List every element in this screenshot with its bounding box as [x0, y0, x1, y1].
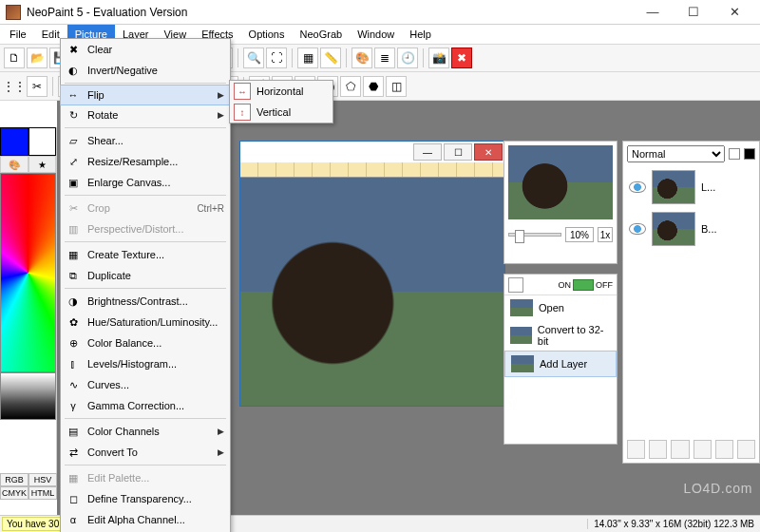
submenu-label: Vertical: [256, 106, 291, 118]
menu-item-levels-histogram[interactable]: ⫿Levels/Histogram...: [61, 353, 230, 374]
background-color[interactable]: [28, 127, 57, 156]
close-button[interactable]: ✕: [714, 2, 754, 23]
palette-icon[interactable]: 🎨: [352, 48, 372, 68]
opacity-icon-full[interactable]: [744, 148, 755, 160]
menu-item-hue-saturation-luminosity[interactable]: ✿Hue/Saturation/Luminosity...: [61, 312, 230, 332]
doc-maximize-button[interactable]: ☐: [444, 143, 472, 161]
new-icon[interactable]: 🗋: [4, 48, 25, 68]
zoom-reset-button[interactable]: 1x: [598, 227, 613, 242]
menu-item-rotate[interactable]: ↻Rotate▶: [61, 104, 230, 125]
action-label: Add Layer: [540, 358, 587, 370]
foreground-color[interactable]: [0, 127, 28, 156]
canvas[interactable]: [240, 178, 504, 406]
navigator-thumbnail[interactable]: [508, 145, 613, 219]
color-picker[interactable]: [0, 173, 56, 372]
menu-item-convert-to[interactable]: ⇄Convert To▶: [61, 442, 230, 463]
ruler-icon[interactable]: 📏: [320, 48, 341, 68]
scissors-icon[interactable]: ✂: [27, 76, 48, 97]
menu-item-icon: α: [65, 511, 82, 528]
maximize-button[interactable]: ☐: [674, 2, 713, 23]
grab-icon[interactable]: 📸: [428, 48, 449, 68]
menu-item-label: Levels/Histogram...: [87, 358, 224, 370]
menu-neograb[interactable]: NeoGrab: [293, 25, 351, 44]
trash-icon[interactable]: [508, 277, 523, 293]
new-layer-button[interactable]: [627, 440, 645, 459]
tab-html[interactable]: HTML: [28, 486, 57, 500]
menu-item-create-texture[interactable]: ▦Create Texture...: [61, 244, 230, 265]
flip-v-icon: ↕: [234, 104, 251, 121]
watermark: LO4D.com: [683, 481, 752, 496]
delete-icon[interactable]: ✖: [451, 48, 472, 68]
layers-icon[interactable]: ≣: [374, 48, 395, 68]
shape-tool-icon[interactable]: ⬣: [363, 76, 384, 97]
down-layer-button[interactable]: [715, 440, 733, 459]
menu-item-flip[interactable]: ↔Flip▶: [60, 85, 231, 105]
tab-hsv[interactable]: HSV: [28, 473, 57, 486]
grid-icon[interactable]: ▦: [297, 48, 318, 68]
del-layer-button[interactable]: [737, 440, 755, 459]
flip-submenu: ↔ Horizontal ↕ Vertical: [229, 80, 333, 124]
opacity-icon[interactable]: [729, 148, 740, 160]
flip-horizontal[interactable]: ↔ Horizontal: [230, 81, 332, 102]
menu-item-clear[interactable]: ✖Clear: [61, 39, 230, 60]
fullscreen-icon[interactable]: ⛶: [266, 48, 287, 68]
history-icon[interactable]: 🕘: [397, 48, 418, 68]
menu-help[interactable]: Help: [402, 25, 439, 44]
doc-close-button[interactable]: ✕: [474, 143, 503, 161]
grayscale-ramp[interactable]: [0, 372, 56, 420]
blend-mode-select[interactable]: Normal: [627, 145, 725, 162]
menu-item-shear[interactable]: ▱Shear...: [61, 130, 230, 151]
chevron-right-icon: ▶: [218, 427, 224, 436]
up-layer-button[interactable]: [694, 440, 712, 459]
zoom-row: 10% 1x: [508, 227, 613, 242]
tab-rgb[interactable]: RGB: [0, 473, 28, 486]
menu-item-color-balance[interactable]: ⊕Color Balance...: [61, 332, 230, 353]
dup-layer-button[interactable]: [649, 440, 667, 459]
menu-item-resize-resample[interactable]: ⤢Resize/Resample...: [61, 151, 230, 172]
menu-item-shortcut: Ctrl+R: [197, 203, 224, 214]
menu-item-icon: ↻: [65, 106, 82, 124]
document-window[interactable]: — ☐ ✕: [239, 141, 505, 407]
palette-tab-star[interactable]: ★: [28, 156, 57, 173]
ruler: [240, 162, 504, 178]
eye-icon[interactable]: [629, 223, 646, 235]
menu-options[interactable]: Options: [241, 25, 293, 44]
action-item-selected[interactable]: Add Layer: [504, 351, 617, 377]
menu-item-brightness-contrast[interactable]: ◑Brightness/Contrast...: [61, 291, 230, 312]
flip-vertical[interactable]: ↕ Vertical: [230, 102, 332, 123]
picture-menu: ✖Clear◐Invert/Negative↔Flip▶↻Rotate▶▱She…: [60, 38, 231, 532]
menu-file[interactable]: File: [2, 25, 34, 44]
actions-panel: ON OFF Open Convert to 32-bit Add Layer: [504, 274, 618, 445]
palette-tab-color[interactable]: 🎨: [0, 156, 28, 173]
menu-item-icon: ✿: [65, 314, 82, 331]
menu-item-invert-negative[interactable]: ◐Invert/Negative: [61, 60, 230, 81]
menu-item-label: Duplicate: [87, 270, 224, 281]
toggle-switch-icon[interactable]: [573, 279, 594, 291]
minimize-button[interactable]: —: [633, 2, 673, 23]
layer-row[interactable]: B...: [623, 208, 759, 250]
merge-layer-button[interactable]: [671, 440, 689, 459]
zoom-slider[interactable]: [508, 233, 561, 237]
actions-toggle[interactable]: ON OFF: [559, 279, 614, 291]
action-item[interactable]: Open: [504, 295, 617, 320]
eye-icon[interactable]: [629, 181, 646, 193]
menu-item-define-transparency[interactable]: ◻Define Transparency...: [61, 488, 230, 509]
doc-minimize-button[interactable]: —: [413, 143, 442, 161]
menu-item-duplicate[interactable]: ⧉Duplicate: [61, 265, 230, 286]
menu-window[interactable]: Window: [350, 25, 402, 44]
zoom-fit-icon[interactable]: 🔍: [243, 48, 264, 68]
open-icon[interactable]: 📂: [27, 48, 48, 68]
menu-item-enlarge-canvas[interactable]: ▣Enlarge Canvas...: [61, 172, 230, 193]
menu-item-color-channels[interactable]: ▤Color Channels▶: [61, 421, 230, 442]
tab-cmyk[interactable]: CMYK: [0, 486, 28, 500]
menu-item-curves[interactable]: ∿Curves...: [61, 374, 230, 395]
action-item[interactable]: Convert to 32-bit: [504, 320, 617, 351]
drag-handle-icon[interactable]: ⋮⋮: [4, 76, 25, 97]
menu-item-label: Curves...: [87, 379, 224, 390]
cube-tool-icon[interactable]: ◫: [386, 76, 407, 97]
menu-item-gamma-correction[interactable]: γGamma Correction...: [61, 395, 230, 416]
layer-row[interactable]: L...: [623, 166, 759, 208]
menu-item-edit-alpha-channel[interactable]: αEdit Alpha Channel...: [61, 509, 230, 530]
titlebar: NeoPaint 5 - Evaluation Version — ☐ ✕: [0, 0, 760, 25]
polygon-tool-icon[interactable]: ⬠: [340, 76, 361, 97]
